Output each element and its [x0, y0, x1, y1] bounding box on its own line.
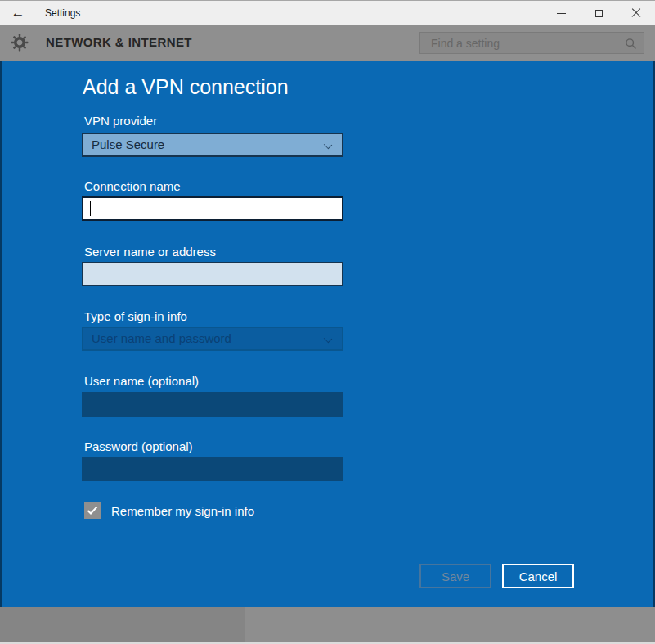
search-icon: [625, 38, 637, 50]
cancel-button[interactable]: Cancel: [502, 564, 574, 588]
page-title: NETWORK & INTERNET: [46, 35, 192, 49]
back-button[interactable]: ←: [0, 1, 36, 25]
window-controls: [542, 1, 655, 25]
minimize-button[interactable]: [542, 1, 580, 25]
search-input[interactable]: [420, 33, 644, 53]
chevron-down-icon: [324, 335, 332, 343]
vpn-provider-dropdown[interactable]: Pulse Secure: [82, 133, 343, 157]
user-name-input[interactable]: [82, 392, 343, 417]
dimmed-page-content-strip: [245, 607, 655, 642]
close-button[interactable]: [617, 1, 655, 25]
connection-name-label: Connection name: [84, 179, 181, 193]
minimize-icon: [557, 13, 566, 14]
text-caret: [90, 201, 91, 216]
maximize-button[interactable]: [580, 1, 617, 25]
dimmed-page-sidebar-strip: [0, 607, 245, 642]
connection-name-field: [82, 196, 343, 221]
remember-signin-row[interactable]: Remember my sign-in info: [84, 502, 254, 519]
checkmark-icon: [87, 506, 98, 516]
user-name-label: User name (optional): [84, 374, 199, 388]
password-label: Password (optional): [84, 439, 193, 453]
close-icon: [631, 8, 641, 18]
sign-in-type-label: Type of sign-in info: [84, 309, 187, 323]
server-address-field: [82, 262, 343, 286]
server-address-label: Server name or address: [84, 245, 216, 259]
sign-in-type-value: User name and password: [92, 331, 231, 345]
connection-name-input[interactable]: [83, 198, 342, 219]
password-input[interactable]: [82, 457, 343, 481]
password-field: [82, 457, 343, 481]
vpn-provider-label: VPN provider: [84, 114, 157, 128]
back-icon: ←: [11, 5, 25, 21]
remember-checkbox[interactable]: [84, 502, 101, 519]
maximize-icon: [595, 10, 603, 17]
user-name-field: [82, 392, 343, 417]
save-button[interactable]: Save: [419, 564, 491, 588]
window-title: Settings: [45, 7, 80, 19]
settings-gear-icon: [10, 33, 29, 52]
chevron-down-icon: [324, 141, 332, 149]
page-header: NETWORK & INTERNET: [0, 25, 655, 61]
search-box[interactable]: [419, 32, 644, 54]
vpn-provider-value: Pulse Secure: [92, 137, 164, 151]
server-address-input[interactable]: [83, 263, 342, 285]
titlebar: ← Settings: [0, 0, 655, 25]
flyout-title: Add a VPN connection: [83, 75, 289, 99]
window-border-left: [0, 61, 2, 607]
remember-checkbox-label: Remember my sign-in info: [111, 504, 254, 518]
sign-in-type-dropdown: User name and password: [82, 327, 343, 351]
settings-window: ← Settings: [0, 0, 655, 644]
